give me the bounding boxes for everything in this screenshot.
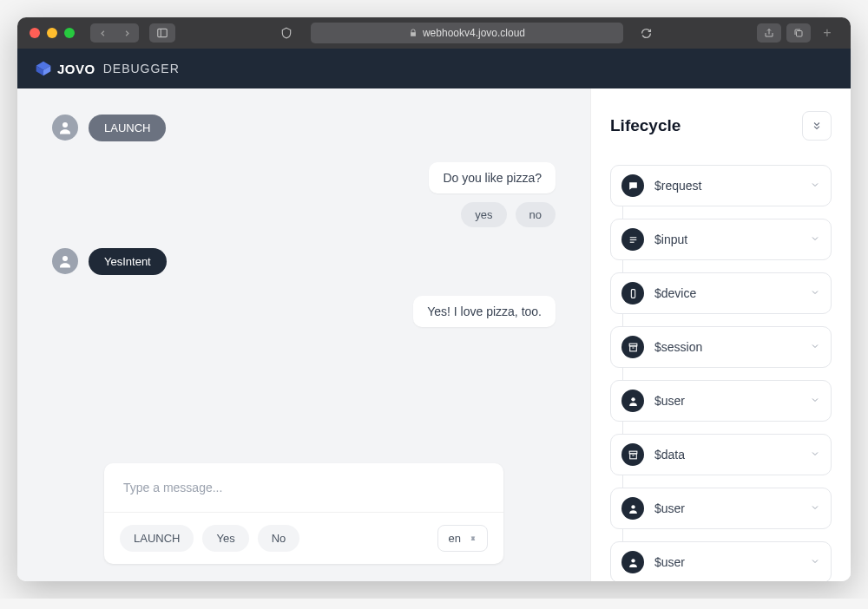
- lifecycle-item-label: $request: [654, 179, 701, 193]
- lifecycle-item-label: $data: [654, 448, 685, 462]
- svg-rect-13: [629, 345, 636, 350]
- bot-bubble: Yes! I love pizza, too.: [413, 296, 556, 327]
- svg-rect-0: [158, 29, 168, 36]
- browser-right-controls: +: [757, 23, 838, 43]
- lifecycle-item-label: $user: [654, 555, 685, 569]
- bot-bubble: Do you like pizza?: [429, 162, 556, 193]
- back-button[interactable]: [90, 23, 115, 43]
- privacy-shield-icon[interactable]: [274, 23, 299, 43]
- browser-window: webhookv4.jovo.cloud + JOVO DEBUGGER: [17, 17, 851, 581]
- user-pill: LAUNCH: [89, 115, 166, 141]
- lifecycle-item-label: $user: [654, 394, 685, 408]
- lifecycle-item[interactable]: $request: [610, 165, 832, 206]
- lifecycle-item[interactable]: $user: [610, 541, 832, 581]
- lifecycle-title: Lifecycle: [610, 116, 681, 135]
- close-window-button[interactable]: [30, 28, 40, 38]
- archive-icon: [621, 336, 644, 358]
- bot-message: Do you like pizza?yesno: [52, 162, 556, 227]
- bot-message: Yes! I love pizza, too.: [52, 296, 556, 327]
- svg-rect-2: [797, 31, 803, 37]
- svg-rect-17: [629, 453, 636, 458]
- user-icon: [621, 390, 644, 412]
- url-bar[interactable]: webhookv4.jovo.cloud: [311, 23, 623, 43]
- user-icon: [621, 497, 644, 520]
- svg-point-6: [62, 122, 68, 128]
- maximize-window-button[interactable]: [64, 28, 75, 38]
- archive-icon: [621, 443, 644, 466]
- url-text: webhookv4.jovo.cloud: [423, 27, 525, 39]
- browser-chrome: webhookv4.jovo.cloud +: [17, 17, 851, 49]
- brand-name: JOVO: [57, 62, 95, 76]
- lifecycle-item-label: $input: [654, 232, 687, 246]
- user-pill: YesIntent: [89, 248, 167, 275]
- lifecycle-item[interactable]: $device: [610, 272, 832, 314]
- quick-reply-chip[interactable]: no: [516, 202, 556, 227]
- suggestions-row: LAUNCHYesNo: [120, 525, 299, 552]
- composer-bottom: LAUNCHYesNo en ▲▼: [104, 513, 503, 564]
- lifecycle-item[interactable]: $user: [610, 488, 832, 529]
- chevron-down-icon: [810, 501, 820, 516]
- double-chevron-down-icon: [811, 120, 823, 132]
- chevron-down-icon: [810, 178, 820, 193]
- lifecycle-header: Lifecycle: [610, 111, 832, 141]
- reload-button[interactable]: [634, 23, 658, 43]
- lifecycle-item-label: $session: [654, 340, 702, 354]
- lines-icon: [621, 228, 644, 251]
- jovo-logo-icon: [35, 60, 52, 77]
- new-tab-button[interactable]: +: [816, 23, 838, 43]
- user-avatar-icon: [52, 115, 78, 141]
- language-value: en: [449, 532, 461, 545]
- chat-panel: LAUNCHDo you like pizza?yesnoYesIntentYe…: [17, 88, 590, 581]
- bot-stack: Do you like pizza?yesno: [429, 162, 556, 227]
- user-message: YesIntent: [52, 248, 556, 275]
- forward-button[interactable]: [115, 23, 139, 43]
- user-icon: [621, 551, 644, 573]
- product-name: DEBUGGER: [103, 62, 180, 75]
- chevron-down-icon: [810, 232, 820, 247]
- nav-buttons: [90, 23, 139, 43]
- lifecycle-item-label: $user: [654, 501, 685, 515]
- app-body: LAUNCHDo you like pizza?yesnoYesIntentYe…: [17, 88, 851, 581]
- chevron-down-icon: [810, 285, 820, 301]
- tabs-button[interactable]: [786, 23, 811, 43]
- svg-point-20: [631, 559, 635, 562]
- svg-rect-11: [631, 289, 635, 298]
- minimize-window-button[interactable]: [47, 28, 57, 38]
- collapse-all-button[interactable]: [802, 111, 832, 141]
- chat-stream: LAUNCHDo you like pizza?yesnoYesIntentYe…: [52, 115, 556, 463]
- svg-point-15: [631, 397, 635, 401]
- lifecycle-list: $request$input$device$session$user$data$…: [610, 165, 832, 581]
- language-select[interactable]: en ▲▼: [437, 525, 488, 552]
- quick-reply-chip[interactable]: yes: [461, 202, 506, 227]
- chevron-down-icon: [810, 554, 820, 570]
- suggestion-chip[interactable]: Yes: [202, 525, 248, 552]
- lifecycle-item-label: $device: [654, 286, 696, 300]
- composer: LAUNCHYesNo en ▲▼: [104, 463, 503, 564]
- chevron-down-icon: [810, 447, 820, 462]
- device-icon: [621, 282, 644, 304]
- chevron-down-icon: [810, 393, 820, 409]
- chat-icon: [621, 174, 644, 197]
- suggestion-chip[interactable]: No: [258, 525, 300, 552]
- bot-stack: Yes! I love pizza, too.: [413, 296, 556, 327]
- message-input[interactable]: [104, 463, 503, 512]
- user-message: LAUNCH: [52, 115, 556, 141]
- share-button[interactable]: [757, 23, 781, 43]
- sidebar-toggle-button[interactable]: [149, 23, 175, 43]
- app-header: JOVO DEBUGGER: [17, 49, 851, 88]
- logo: JOVO DEBUGGER: [35, 60, 180, 77]
- lock-icon: [409, 29, 418, 37]
- user-avatar-icon: [52, 248, 78, 274]
- quick-replies: yesno: [461, 202, 556, 227]
- svg-point-7: [62, 256, 68, 261]
- lifecycle-item[interactable]: $input: [610, 219, 832, 260]
- lifecycle-item[interactable]: $data: [610, 434, 832, 475]
- lifecycle-panel: Lifecycle $request$input$device$session$…: [590, 88, 851, 581]
- lifecycle-item[interactable]: $user: [610, 380, 832, 422]
- svg-point-19: [631, 505, 635, 508]
- traffic-lights: [30, 28, 75, 38]
- lifecycle-item[interactable]: $session: [610, 326, 832, 368]
- chevron-down-icon: [810, 339, 820, 355]
- suggestion-chip[interactable]: LAUNCH: [120, 525, 194, 552]
